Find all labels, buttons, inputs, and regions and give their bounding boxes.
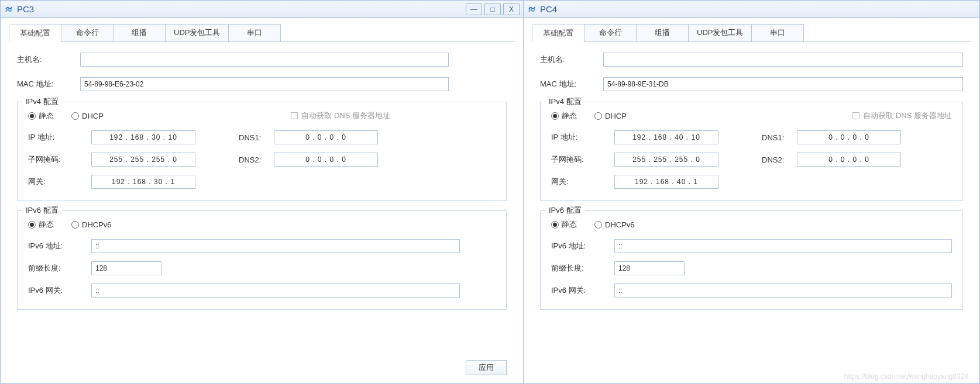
tab-udp[interactable]: UDP发包工具 <box>165 24 229 41</box>
mask-input[interactable]: 255 . 255 . 255 . 0 <box>614 153 718 167</box>
hostname-label: 主机名: <box>540 54 603 65</box>
ipv4-static-radio[interactable]: 静态 <box>28 110 54 121</box>
dns2-input[interactable]: 0 . 0 . 0 . 0 <box>274 153 378 167</box>
tab-udp[interactable]: UDP发包工具 <box>688 24 752 41</box>
ipv6-legend: IPv6 配置 <box>22 205 62 216</box>
dns1-input[interactable]: 0 . 0 . 0 . 0 <box>797 130 901 144</box>
ipv6-fieldset: IPv6 配置 静态 DHCPv6 IPv6 地址::: 前缀长度:128 IP… <box>17 210 507 310</box>
tab-basic[interactable]: 基础配置 <box>9 25 61 42</box>
tab-cli[interactable]: 命令行 <box>61 24 114 41</box>
tab-basic[interactable]: 基础配置 <box>532 25 584 42</box>
tab-bar: 基础配置 命令行 组播 UDP发包工具 串口 <box>532 24 971 42</box>
ip-input[interactable]: 192 . 168 . 40 . 10 <box>614 130 718 144</box>
mac-input[interactable]: 54-89-98-9E-31-DB <box>603 77 963 91</box>
mac-label: MAC 地址: <box>17 79 80 89</box>
ipv6-legend: IPv6 配置 <box>545 205 585 216</box>
ip-label: IP 地址: <box>551 132 614 143</box>
ipv6-gw-label: IPv6 网关: <box>28 285 91 296</box>
titlebar: PC4 <box>524 1 979 18</box>
window-title: PC4 <box>540 4 976 14</box>
button-row: 应用 <box>1 357 523 383</box>
window-pc3: PC3 — □ X 基础配置 命令行 组播 UDP发包工具 串口 主机名: MA… <box>0 0 524 384</box>
ipv6-addr-label: IPv6 地址: <box>551 241 614 251</box>
auto-dns-checkbox[interactable]: 自动获取 DNS 服务器地址 <box>852 110 952 121</box>
ipv6-addr-input[interactable]: :: <box>614 239 952 253</box>
dns1-label: DNS1: <box>239 133 274 142</box>
dns1-input[interactable]: 0 . 0 . 0 . 0 <box>274 130 378 144</box>
tab-multicast[interactable]: 组播 <box>113 24 166 41</box>
ip-input[interactable]: 192 . 168 . 30 . 10 <box>91 130 195 144</box>
ipv4-static-radio[interactable]: 静态 <box>551 110 577 121</box>
hostname-input[interactable] <box>603 53 963 67</box>
ipv4-fieldset: IPv4 配置 静态 DHCP 自动获取 DNS 服务器地址 IP 地址:192… <box>17 102 507 201</box>
close-button[interactable]: X <box>503 4 520 15</box>
tab-serial[interactable]: 串口 <box>751 24 804 41</box>
prefix-label: 前缀长度: <box>551 263 614 274</box>
ipv6-gw-input[interactable]: :: <box>91 283 460 297</box>
mac-label: MAC 地址: <box>540 79 603 89</box>
maximize-button[interactable]: □ <box>484 4 501 15</box>
apply-button[interactable]: 应用 <box>466 360 507 375</box>
ipv6-fieldset: IPv6 配置 静态 DHCPv6 IPv6 地址::: 前缀长度:128 IP… <box>540 210 963 310</box>
prefix-input[interactable]: 128 <box>91 261 161 275</box>
app-icon <box>4 5 13 14</box>
prefix-input[interactable]: 128 <box>614 261 685 275</box>
mac-input[interactable]: 54-89-98-E6-23-02 <box>80 77 449 91</box>
ipv6-dhcp-radio[interactable]: DHCPv6 <box>71 220 112 229</box>
ipv6-addr-label: IPv6 地址: <box>28 241 91 251</box>
content-area: 主机名: MAC 地址: 54-89-98-9E-31-DB IPv4 配置 静… <box>524 42 979 383</box>
gw-label: 网关: <box>28 177 91 187</box>
gw-input[interactable]: 192 . 168 . 30 . 1 <box>91 175 195 189</box>
tab-serial[interactable]: 串口 <box>228 24 281 41</box>
auto-dns-checkbox[interactable]: 自动获取 DNS 服务器地址 <box>291 110 390 121</box>
tab-cli[interactable]: 命令行 <box>584 24 637 41</box>
mask-label: 子网掩码: <box>28 154 91 165</box>
ipv6-dhcp-radio[interactable]: DHCPv6 <box>594 220 635 229</box>
ipv4-dhcp-radio[interactable]: DHCP <box>594 112 627 120</box>
app-icon <box>527 5 537 14</box>
window-pc4: PC4 基础配置 命令行 组播 UDP发包工具 串口 主机名: MAC 地址: … <box>524 0 980 384</box>
content-area: 主机名: MAC 地址: 54-89-98-E6-23-02 IPv4 配置 静… <box>1 42 523 357</box>
dns1-label: DNS1: <box>762 133 797 142</box>
ipv6-static-radio[interactable]: 静态 <box>28 219 54 230</box>
ipv6-addr-input[interactable]: :: <box>91 239 460 253</box>
dns2-input[interactable]: 0 . 0 . 0 . 0 <box>797 153 901 167</box>
dns2-label: DNS2: <box>762 155 797 164</box>
mask-input[interactable]: 255 . 255 . 255 . 0 <box>91 153 195 167</box>
titlebar: PC3 — □ X <box>1 1 523 18</box>
watermark: https://blog.csdn.net/wanghaoyang0324 <box>844 372 968 380</box>
minimize-button[interactable]: — <box>466 4 482 15</box>
hostname-label: 主机名: <box>17 54 80 65</box>
tab-bar: 基础配置 命令行 组播 UDP发包工具 串口 <box>9 24 515 42</box>
ipv6-gw-label: IPv6 网关: <box>551 285 614 296</box>
window-title: PC3 <box>17 4 463 14</box>
gw-label: 网关: <box>551 177 614 187</box>
ipv6-static-radio[interactable]: 静态 <box>551 219 577 230</box>
ipv4-fieldset: IPv4 配置 静态 DHCP 自动获取 DNS 服务器地址 IP 地址:192… <box>540 102 963 201</box>
mask-label: 子网掩码: <box>551 154 614 165</box>
ipv4-legend: IPv4 配置 <box>545 96 585 107</box>
prefix-label: 前缀长度: <box>28 263 91 274</box>
ipv6-gw-input[interactable]: :: <box>614 283 952 297</box>
ip-label: IP 地址: <box>28 132 91 143</box>
ipv4-legend: IPv4 配置 <box>22 96 62 107</box>
hostname-input[interactable] <box>80 53 449 67</box>
tab-multicast[interactable]: 组播 <box>636 24 689 41</box>
gw-input[interactable]: 192 . 168 . 40 . 1 <box>614 175 718 189</box>
dns2-label: DNS2: <box>239 155 274 164</box>
ipv4-dhcp-radio[interactable]: DHCP <box>71 112 104 120</box>
